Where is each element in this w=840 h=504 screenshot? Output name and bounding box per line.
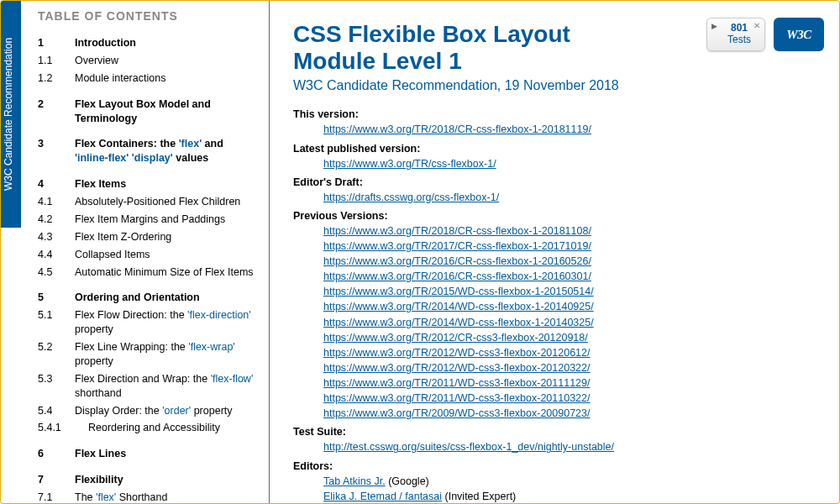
previous-version-link[interactable]: https://www.w3.org/TR/2014/WD-css-flexbo… xyxy=(323,301,594,312)
this-version-label: This version: xyxy=(293,108,816,120)
toc-gap xyxy=(38,281,257,289)
previous-version-link[interactable]: https://www.w3.org/TR/2009/WD-css3-flexb… xyxy=(323,407,591,419)
toc-item[interactable]: 2Flex Layout Box Model and Terminology xyxy=(38,96,257,128)
toc-item[interactable]: 1Introduction xyxy=(38,34,257,52)
toc-label: Flex Item Z-Ordering xyxy=(75,230,257,244)
toc-item[interactable]: 7.1The 'flex' Shorthand xyxy=(38,489,257,503)
page-container: TABLE OF CONTENTS 1Introduction1.1Overvi… xyxy=(1,1,839,503)
previous-version-link[interactable]: https://www.w3.org/TR/2011/WD-css3-flexb… xyxy=(323,392,591,404)
tests-label: Tests xyxy=(727,34,751,45)
this-version-link[interactable]: https://www.w3.org/TR/2018/CR-css-flexbo… xyxy=(323,123,591,135)
toc-number: 4 xyxy=(38,177,75,192)
toc-label: Flex Item Margins and Paddings xyxy=(75,213,257,227)
test-suite-link[interactable]: http://test.csswg.org/suites/css-flexbox… xyxy=(323,441,614,453)
toc-gap xyxy=(38,167,257,176)
toc-number: 5.4.1 xyxy=(38,421,75,435)
toc-number: 5.4 xyxy=(38,404,75,418)
previous-version-link[interactable]: https://www.w3.org/TR/2012/CR-css3-flexb… xyxy=(323,332,588,344)
toc-number: 1.2 xyxy=(38,71,75,86)
toc-list: 1Introduction1.1Overview1.2Module intera… xyxy=(38,34,257,503)
editors-draft-label: Editor's Draft: xyxy=(293,176,816,188)
previous-version-link[interactable]: https://www.w3.org/TR/2016/CR-css-flexbo… xyxy=(323,270,591,282)
toc-label: Flex Lines xyxy=(75,447,257,461)
toc-gap xyxy=(38,463,257,471)
toc-number: 3 xyxy=(38,137,75,151)
toc-number: 4.2 xyxy=(38,213,75,227)
toc-item[interactable]: 4.3Flex Item Z-Ordering xyxy=(38,228,257,246)
toc-number: 7 xyxy=(38,473,75,487)
toc-label: Flex Layout Box Model and Terminology xyxy=(75,97,257,126)
toc-number: 4.3 xyxy=(38,230,75,244)
editors-list: Tab Atkins Jr. (Google)Elika J. Etemad /… xyxy=(323,474,816,504)
toc-number: 5 xyxy=(38,291,75,305)
previous-version-link[interactable]: https://www.w3.org/TR/2014/WD-css-flexbo… xyxy=(323,317,594,328)
toc-item[interactable]: 6Flex Lines xyxy=(38,445,257,463)
toc-number: 4.5 xyxy=(38,265,75,280)
toc-label: Display Order: the 'order' property xyxy=(75,404,257,418)
toc-number: 6 xyxy=(38,447,75,461)
toc-item[interactable]: 1.1Overview xyxy=(38,52,257,70)
toc-item[interactable]: 1.2Module interactions xyxy=(38,70,257,87)
toc-item[interactable]: 4.4Collapsed Items xyxy=(38,246,257,264)
toc-item[interactable]: 4.2Flex Item Margins and Paddings xyxy=(38,211,257,228)
editor-link[interactable]: Elika J. Etemad / fantasai xyxy=(323,491,442,502)
previous-version-link[interactable]: https://www.w3.org/TR/2012/WD-css3-flexb… xyxy=(323,347,591,359)
previous-version-link[interactable]: https://www.w3.org/TR/2018/CR-css-flexbo… xyxy=(323,225,591,237)
toc-item[interactable]: 5.3Flex Direction and Wrap: the 'flex-fl… xyxy=(38,370,257,402)
toc-label: Flex Items xyxy=(75,177,257,192)
editor-link[interactable]: Tab Atkins Jr. xyxy=(323,475,386,487)
editors-label: Editors: xyxy=(293,460,816,472)
previous-versions-label: Previous Versions: xyxy=(293,210,816,222)
toc-label: Flexibility xyxy=(75,473,257,487)
toc-label: Module interactions xyxy=(75,71,257,86)
toc-number: 5.1 xyxy=(38,308,75,323)
toc-label: Flex Containers: the 'flex' and 'inline-… xyxy=(75,137,257,165)
latest-version-link[interactable]: https://www.w3.org/TR/css-flexbox-1/ xyxy=(323,158,496,170)
previous-version-link[interactable]: https://www.w3.org/TR/2011/WD-css3-flexb… xyxy=(323,377,591,389)
toc-item[interactable]: 5.4.1Reordering and Accessibility xyxy=(38,419,257,437)
w3c-logo[interactable]: W3C xyxy=(774,18,824,51)
editor-affiliation: (Google) xyxy=(386,475,429,487)
toc-number: 5.2 xyxy=(38,340,75,354)
toc-label: The 'flex' Shorthand xyxy=(75,491,257,503)
editors-draft-link[interactable]: https://drafts.csswg.org/css-flexbox-1/ xyxy=(323,192,499,203)
close-icon[interactable]: ✕ xyxy=(753,21,760,31)
toc-item[interactable]: 7Flexibility xyxy=(38,471,257,489)
toc-label: Introduction xyxy=(75,36,257,50)
toc-gap xyxy=(38,437,257,445)
tests-pill[interactable]: ▶ ✕ 801 Tests xyxy=(706,18,765,51)
toc-item[interactable]: 4.1Absolutely-Positioned Flex Children xyxy=(38,193,257,211)
toc-gap xyxy=(38,87,257,96)
toc-label: Reordering and Accessibility xyxy=(75,421,257,435)
metadata: This version: https://www.w3.org/TR/2018… xyxy=(293,108,816,503)
toc-item[interactable]: 3Flex Containers: the 'flex' and 'inline… xyxy=(38,135,257,167)
toc-heading: TABLE OF CONTENTS xyxy=(38,9,257,23)
toc-item[interactable]: 5Ordering and Orientation xyxy=(38,289,257,307)
toc-item[interactable]: 4Flex Items xyxy=(38,176,257,193)
page-subtitle: W3C Candidate Recommendation, 19 Novembe… xyxy=(293,78,816,93)
toc-item[interactable]: 5.2Flex Line Wrapping: the 'flex-wrap' p… xyxy=(38,339,257,370)
toc-label: Flex Flow Direction: the 'flex-direction… xyxy=(75,308,257,337)
toc-number: 4.1 xyxy=(38,195,75,209)
previous-version-link[interactable]: https://www.w3.org/TR/2012/WD-css3-flexb… xyxy=(323,362,591,374)
cr-side-tab: W3C Candidate Recommendation xyxy=(1,1,21,228)
main-content[interactable]: ▶ ✕ 801 Tests W3C CSS Flexible Box Layou… xyxy=(270,1,839,503)
editor-affiliation: (Invited Expert) xyxy=(442,491,516,502)
table-of-contents[interactable]: TABLE OF CONTENTS 1Introduction1.1Overvi… xyxy=(1,1,270,503)
expand-icon[interactable]: ▶ xyxy=(711,22,717,31)
toc-item[interactable]: 4.5Automatic Minimum Size of Flex Items xyxy=(38,264,257,281)
previous-version-link[interactable]: https://www.w3.org/TR/2015/WD-css-flexbo… xyxy=(323,286,594,297)
previous-version-link[interactable]: https://www.w3.org/TR/2017/CR-css-flexbo… xyxy=(323,240,591,252)
toc-number: 4.4 xyxy=(38,248,75,262)
previous-version-link[interactable]: https://www.w3.org/TR/2016/CR-css-flexbo… xyxy=(323,255,591,267)
toc-item[interactable]: 5.4Display Order: the 'order' property xyxy=(38,402,257,420)
toc-number: 1.1 xyxy=(38,54,75,68)
toc-number: 1 xyxy=(38,36,75,50)
toc-gap xyxy=(38,127,257,135)
toc-label: Absolutely-Positioned Flex Children xyxy=(75,195,257,209)
toc-number: 7.1 xyxy=(38,491,75,503)
toc-label: Automatic Minimum Size of Flex Items xyxy=(75,265,257,280)
toc-item[interactable]: 5.1Flex Flow Direction: the 'flex-direct… xyxy=(38,307,257,339)
previous-versions-list: https://www.w3.org/TR/2018/CR-css-flexbo… xyxy=(323,223,816,422)
toc-label: Flex Direction and Wrap: the 'flex-flow'… xyxy=(75,372,257,401)
